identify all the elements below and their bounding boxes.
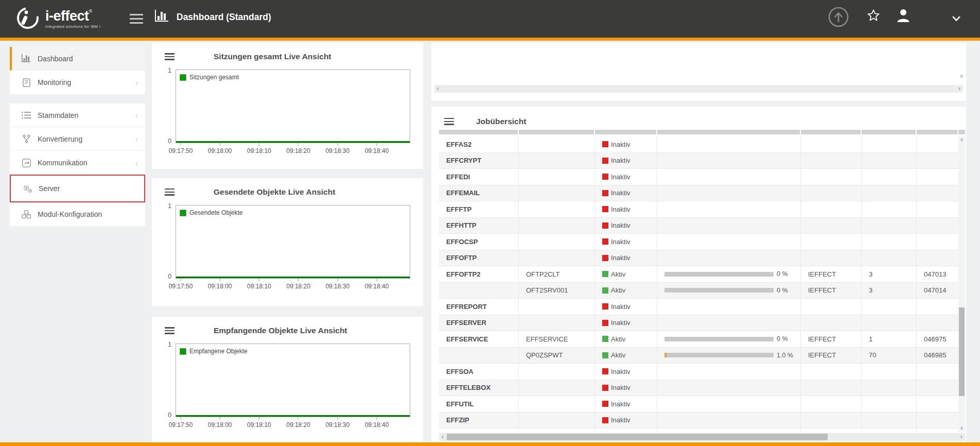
sidebar-item-server[interactable]: Server <box>11 176 144 201</box>
job-server-cell: IEFFECT <box>801 331 862 347</box>
table-row[interactable]: EFFSERVICEEFFSERVICEAktiv0 %IEFFECT10469… <box>439 331 958 348</box>
job-server-cell <box>801 218 862 234</box>
job-count-cell <box>862 364 917 380</box>
table-row[interactable]: EFFHTTPInaktiv <box>439 218 958 234</box>
scroll-up-arrow-icon[interactable]: ∧ <box>958 136 965 143</box>
job-progress-cell <box>657 250 801 266</box>
sidebar-item-konvertierung[interactable]: Konvertierung ‹ <box>10 127 145 151</box>
job-id-cell: 046975 <box>917 331 958 347</box>
table-row[interactable]: EFFUTILInaktiv <box>439 396 958 413</box>
progress-bar-fill <box>664 353 667 357</box>
table-row[interactable]: EFFCRYPTInaktiv <box>439 153 958 169</box>
job-progress-cell: 0 % <box>657 266 801 282</box>
job-count-cell: 3 <box>862 283 917 299</box>
scroll-down-arrow-icon[interactable]: ∨ <box>958 425 965 432</box>
horizontal-scrollbar[interactable]: ‹ › <box>439 433 965 441</box>
vertical-scrollbar-thumb[interactable] <box>959 307 965 396</box>
table-row[interactable]: EFFTELEBOXInaktiv <box>439 380 958 397</box>
x-tick: 09:18:20 <box>286 143 310 155</box>
x-tick: 09:18:40 <box>365 279 389 290</box>
sidebar-group-spacer <box>10 94 145 104</box>
job-count-cell <box>862 299 917 315</box>
job-status-cell: Inaktiv <box>595 380 657 396</box>
job-id-cell <box>917 218 958 234</box>
panel-menu-icon[interactable] <box>165 53 174 60</box>
panel-menu-icon[interactable] <box>444 118 454 125</box>
job-status-cell: Inaktiv <box>595 413 657 428</box>
chevron-left-icon: ‹ <box>135 134 138 143</box>
table-row[interactable]: EFFAS2Inaktiv <box>439 136 958 153</box>
x-tick-label: 09:18:40 <box>365 283 389 290</box>
table-row[interactable]: EFFOFTPInaktiv <box>439 250 958 267</box>
x-tick-mark <box>220 279 220 281</box>
x-tick: 09:18:10 <box>247 279 271 290</box>
sidebar-item-stammdaten[interactable]: Stammdaten ‹ <box>10 104 145 127</box>
job-count-cell: 70 <box>862 348 917 364</box>
horizontal-scrollbar[interactable]: ‹ › <box>434 85 963 93</box>
app-logo[interactable]: i-effect® integrated solutions for IBM i <box>15 6 100 32</box>
job-name-cell: EFFSOA <box>439 364 519 380</box>
job-status-cell: Inaktiv <box>595 315 657 331</box>
horizontal-scrollbar-thumb[interactable] <box>447 434 828 440</box>
table-row[interactable]: EFFOFTP2OFTP2CLTAktiv0 %IEFFECT3047013 <box>439 266 958 283</box>
table-row[interactable]: EFFOCSPInaktiv <box>439 234 958 250</box>
table-row[interactable]: EFFSERVERInaktiv <box>439 315 958 332</box>
x-tick-mark <box>220 417 220 420</box>
job-progress-cell <box>657 396 801 412</box>
scroll-left-arrow-icon[interactable]: ‹ <box>434 85 442 93</box>
table-row[interactable]: EFFSOAInaktiv <box>439 364 958 380</box>
job-server-cell <box>801 169 862 185</box>
sidebar-item-monitoring[interactable]: Monitoring ‹ <box>10 71 145 94</box>
sidebar-toggle-menu-icon[interactable] <box>130 14 143 24</box>
scroll-right-arrow-icon[interactable]: › <box>958 433 965 441</box>
panel-title: Empfangende Objekte Live Ansicht <box>214 326 347 335</box>
chart-legend: Sitzungen gesamt <box>180 74 239 81</box>
account-chevron-down-icon[interactable] <box>952 14 960 24</box>
scrollbar-down-arrow-icon[interactable]: ∨ <box>959 73 964 79</box>
panel-right-top-clipped: ∨ ‹ › <box>431 43 966 101</box>
x-tick-mark <box>181 279 181 281</box>
table-row[interactable]: EFFFTPInaktiv <box>439 201 958 218</box>
job-id-cell: 047013 <box>917 266 958 282</box>
panel-menu-icon[interactable] <box>165 188 174 196</box>
upload-circle-icon[interactable] <box>828 6 849 30</box>
table-row[interactable]: EFFREPORTInaktiv <box>439 299 958 315</box>
table-row-partial <box>439 428 958 432</box>
status-inactive-square-icon <box>602 320 608 326</box>
table-row[interactable]: EFFEMAILInaktiv <box>439 185 958 202</box>
panel-menu-icon[interactable] <box>165 327 174 334</box>
y-axis-max-label: 1 <box>163 341 171 348</box>
user-profile-icon[interactable] <box>896 8 911 25</box>
job-server-cell <box>801 136 862 152</box>
sidebar-item-modul-konfiguration[interactable]: Modul-Konfiguration <box>10 202 145 226</box>
scroll-right-arrow-icon[interactable]: › <box>956 85 963 93</box>
x-tick-mark <box>377 143 377 146</box>
table-row[interactable]: OFT2SRV001Aktiv0 %IEFFECT3047014 <box>439 283 958 299</box>
job-subjob-cell <box>519 136 595 152</box>
empty-cell <box>657 428 801 432</box>
job-count-cell: 3 <box>862 266 917 282</box>
table-row[interactable]: EFFEDIInaktiv <box>439 169 958 185</box>
chart-legend: Empfangene Objekte <box>180 348 248 355</box>
progress-bar-track <box>664 288 774 293</box>
status-label: Inaktiv <box>611 238 631 246</box>
status-label: Aktiv <box>611 335 625 343</box>
job-status-cell: Inaktiv <box>595 201 657 217</box>
series-line <box>176 415 410 417</box>
vertical-scrollbar[interactable]: ∧ ∨ <box>958 136 965 432</box>
job-subjob-cell <box>519 315 595 331</box>
favorite-star-icon[interactable] <box>867 9 880 24</box>
job-progress-cell <box>657 153 801 169</box>
sidebar-item-kommunikation[interactable]: Kommunikation ‹ <box>10 151 145 175</box>
job-progress-cell <box>657 185 801 201</box>
sidebar-item-dashboard[interactable]: Dashboard <box>10 47 145 71</box>
scroll-left-arrow-icon[interactable]: ‹ <box>439 433 446 441</box>
x-tick-mark <box>298 143 299 146</box>
job-subjob-cell <box>519 299 595 315</box>
panel-title: Jobübersicht <box>476 117 526 126</box>
job-progress-cell <box>657 413 801 428</box>
job-count-cell <box>862 153 917 169</box>
table-row[interactable]: EFFZIPInaktiv <box>439 413 958 429</box>
progress-percent-label: 0 % <box>777 270 788 278</box>
table-row[interactable]: QP0ZSPWTAktiv1.0 %IEFFECT70046985 <box>439 348 958 364</box>
